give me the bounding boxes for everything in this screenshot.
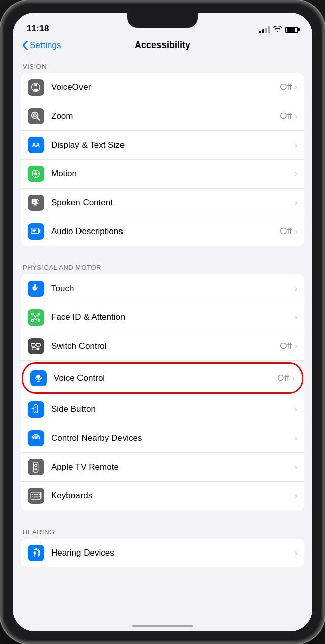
svg-point-24 (36, 315, 38, 317)
touch-label: Touch (51, 284, 295, 294)
battery-fill (287, 28, 295, 32)
keyboards-chevron: › (295, 491, 297, 500)
voice-control-value: Off (277, 373, 289, 383)
hearing-devices-label: Hearing Devices (51, 548, 295, 558)
section-vision: VISION VoiceOver Off › (13, 55, 312, 246)
svg-point-51 (33, 551, 36, 555)
back-label: Settings (30, 40, 61, 51)
display-text-icon: AA (28, 137, 44, 153)
svg-rect-29 (37, 348, 40, 350)
hearing-devices-chevron: › (295, 548, 297, 558)
status-time: 11:18 (27, 24, 49, 34)
section-header-physical: PHYSICAL AND MOTOR (13, 256, 312, 274)
apple-tv-label: Apple TV Remote (51, 462, 295, 472)
svg-point-36 (35, 437, 37, 439)
row-motion[interactable]: Motion › (21, 160, 304, 189)
voiceover-value: Off (280, 82, 291, 93)
signal-bar-2 (262, 29, 264, 33)
face-id-chevron: › (295, 313, 297, 322)
svg-rect-21 (32, 320, 34, 322)
switch-control-value: Off (280, 341, 291, 351)
row-voice-control[interactable]: Voice Control Off › (23, 364, 302, 392)
spoken-content-chevron: › (295, 198, 297, 207)
apple-tv-icon (28, 459, 44, 475)
svg-point-3 (33, 114, 36, 117)
svg-rect-22 (38, 320, 40, 322)
screen: 11:18 (13, 13, 312, 631)
row-voiceover[interactable]: VoiceOver Off › (21, 73, 304, 102)
control-nearby-label: Control Nearby Devices (51, 433, 295, 443)
svg-point-38 (35, 464, 37, 467)
svg-point-2 (32, 112, 38, 119)
audio-desc-value: Off (280, 226, 291, 237)
audio-desc-icon (28, 223, 44, 240)
svg-rect-11 (32, 199, 38, 204)
row-touch[interactable]: Touch › (21, 274, 304, 303)
battery-icon (285, 27, 298, 33)
motion-label: Motion (51, 169, 295, 179)
svg-rect-27 (36, 344, 40, 347)
svg-rect-28 (32, 348, 36, 350)
row-face-id[interactable]: Face ID & Attention › (21, 303, 304, 332)
home-indicator (13, 614, 312, 631)
side-button-chevron: › (295, 405, 297, 414)
signal-bars (259, 26, 270, 33)
face-id-label: Face ID & Attention (51, 312, 295, 323)
row-keyboards[interactable]: Keyboards › (21, 482, 304, 510)
notch (127, 13, 198, 28)
hearing-devices-icon (28, 545, 44, 561)
side-button-icon (28, 401, 44, 418)
row-apple-tv[interactable]: Apple TV Remote › (21, 453, 304, 482)
section-header-vision: VISION (13, 55, 312, 73)
wifi-icon (273, 26, 282, 34)
zoom-label: Zoom (51, 111, 280, 121)
voiceover-label: VoiceOver (51, 82, 280, 93)
switch-control-icon (28, 338, 44, 354)
side-button-label: Side Button (51, 404, 295, 415)
audio-desc-label: Audio Descriptions (51, 226, 280, 237)
row-side-button[interactable]: Side Button › (21, 395, 304, 424)
face-id-icon (28, 309, 44, 326)
content: VISION VoiceOver Off › (13, 55, 312, 614)
zoom-icon (28, 108, 44, 124)
display-text-chevron: › (295, 141, 297, 150)
phone-inner: 11:18 (4, 4, 321, 640)
section-body-hearing: Hearing Devices › (21, 539, 304, 567)
svg-rect-16 (31, 228, 39, 234)
touch-icon (28, 281, 44, 297)
row-hearing-devices[interactable]: Hearing Devices › (21, 539, 304, 567)
switch-control-chevron: › (295, 342, 297, 351)
row-switch-control[interactable]: Switch Control Off › (21, 332, 304, 361)
section-body-vision: VoiceOver Off › Zoom Off › (21, 73, 304, 246)
section-hearing: HEARING Hearing Devices › (13, 520, 312, 567)
touch-chevron: › (295, 284, 297, 293)
row-spoken-content[interactable]: Spoken Content › (21, 189, 304, 217)
phone-frame: 11:18 (0, 0, 325, 644)
nav-bar: Settings Accessibility (13, 38, 312, 55)
row-control-nearby[interactable]: Control Nearby Devices › (21, 424, 304, 453)
back-button[interactable]: Settings (23, 40, 61, 51)
motion-chevron: › (295, 169, 297, 178)
row-audio-desc[interactable]: Audio Descriptions Off › (21, 217, 304, 246)
voiceover-icon (28, 79, 44, 96)
svg-line-4 (37, 118, 40, 121)
zoom-value: Off (280, 111, 291, 121)
zoom-chevron: › (295, 112, 297, 121)
status-icons (259, 26, 298, 34)
row-zoom[interactable]: Zoom Off › (21, 102, 304, 131)
row-display-text[interactable]: AA Display & Text Size › (21, 131, 304, 160)
voice-control-label: Voice Control (54, 373, 277, 383)
home-bar (132, 625, 193, 627)
svg-point-6 (34, 172, 37, 175)
svg-rect-26 (31, 344, 35, 347)
voice-control-icon (30, 370, 47, 386)
signal-bar-1 (259, 31, 261, 33)
keyboards-icon (28, 488, 44, 504)
section-header-hearing: HEARING (13, 520, 312, 539)
display-text-label: Display & Text Size (51, 140, 295, 150)
apple-tv-chevron: › (295, 463, 297, 472)
signal-bar-4 (268, 26, 270, 33)
switch-control-label: Switch Control (51, 341, 280, 351)
section-body-physical: Touch › Face ID & Attention › (21, 274, 304, 510)
section-physical-motor: PHYSICAL AND MOTOR Touch › (13, 256, 312, 510)
